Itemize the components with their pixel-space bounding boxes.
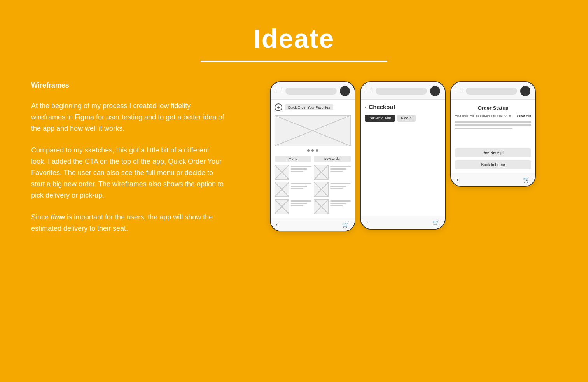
phone-3-top-bar	[451, 82, 535, 100]
item-image-4	[314, 182, 329, 197]
line-3	[291, 205, 303, 206]
phone-1-bottom-bar: ‹ 🛒	[271, 218, 355, 231]
item-lines-1	[291, 165, 312, 172]
order-status-title: Order Status	[455, 103, 531, 111]
text-block-1: At the beginning of my process I created…	[31, 100, 226, 134]
text-block-3-em: time	[51, 213, 65, 221]
hero-image-placeholder	[275, 115, 351, 146]
line-3	[291, 188, 303, 189]
line-1	[330, 166, 351, 167]
item-lines-4	[330, 182, 351, 189]
phone-2-top-bar	[361, 82, 445, 100]
search-bar-2	[376, 88, 427, 95]
checkout-header-row: ‹ Checkout	[365, 103, 441, 110]
line-1	[291, 200, 312, 202]
line-2	[330, 203, 346, 204]
item-image-2	[314, 165, 329, 180]
text-block-3: Since time is important for the users, t…	[31, 212, 226, 234]
item-image-3	[275, 182, 289, 197]
order-time: 05:00 min	[517, 114, 531, 117]
grid-item-4	[314, 182, 351, 197]
phone-1-top-bar	[271, 82, 355, 100]
grid-item-6	[314, 199, 351, 214]
main-content: Wireframes At the beginning of my proces…	[31, 81, 557, 245]
page-title: Ideate	[31, 23, 557, 54]
item-lines-5	[291, 199, 312, 206]
status-line-1	[455, 121, 531, 123]
line-3	[330, 171, 343, 172]
back-arrow-icon-3: ‹	[457, 177, 458, 183]
grid-item-3	[275, 182, 312, 197]
carousel-dots	[275, 149, 351, 152]
cta-button[interactable]: Quick Order Your Favorites	[285, 104, 333, 110]
item-lines-2	[330, 165, 351, 172]
phone-2: ‹ Checkout Deliver to seat Pickup ‹ 🛒	[360, 81, 446, 230]
phone-2-bottom-bar: ‹ 🛒	[361, 216, 445, 229]
pickup-btn[interactable]: Pickup	[397, 115, 416, 122]
line-2	[330, 186, 346, 187]
item-lines-6	[330, 199, 351, 206]
grid-item-5	[275, 199, 312, 214]
line-2	[291, 203, 307, 204]
phone-3: Order Status Your order will be delivere…	[450, 81, 536, 187]
item-image-1	[275, 165, 289, 180]
line-1	[330, 200, 351, 202]
cart-icon-2: 🛒	[433, 219, 439, 226]
see-receipt-btn[interactable]: See Receipt	[455, 148, 531, 157]
phone-2-body: ‹ Checkout Deliver to seat Pickup	[361, 100, 445, 216]
delivery-options: Deliver to seat Pickup	[365, 115, 441, 122]
dot-2	[312, 149, 314, 152]
cart-icon-3: 🛒	[523, 177, 530, 183]
wireframes-label: Wireframes	[31, 81, 226, 89]
item-lines-3	[291, 182, 312, 189]
header-divider	[201, 61, 387, 62]
line-3	[330, 205, 343, 206]
wireframes-section: + Quick Order Your Favorites Menu New Or…	[249, 81, 557, 231]
search-bar	[285, 88, 337, 95]
search-bar-3	[466, 88, 517, 95]
text-block-2: Compared to my sketches, this got a litt…	[31, 145, 226, 201]
line-1	[330, 183, 351, 184]
header: Ideate	[31, 23, 557, 62]
status-line-2	[455, 124, 531, 126]
checkout-title: Checkout	[369, 103, 395, 110]
line-1	[291, 183, 312, 184]
checkout-content-area	[365, 126, 441, 212]
menu-button[interactable]: Menu	[275, 156, 312, 162]
text-block-3-prefix: Since	[31, 213, 51, 221]
line-2	[291, 168, 307, 170]
new-order-button[interactable]: New Order	[314, 156, 351, 162]
item-image-6	[314, 199, 329, 214]
back-chevron-icon: ‹	[365, 104, 366, 110]
order-status-row: Your order will be delivered to seat XX …	[455, 114, 531, 117]
back-arrow-icon-2: ‹	[366, 219, 368, 226]
status-lines	[455, 121, 531, 129]
page-wrapper: Ideate Wireframes At the beginning of my…	[0, 0, 588, 382]
avatar-2	[430, 86, 440, 96]
cta-row: + Quick Order Your Favorites	[275, 103, 351, 111]
avatar-3	[520, 86, 530, 96]
line-1	[291, 166, 312, 167]
cart-icon: 🛒	[343, 221, 349, 228]
menu-buttons-row: Menu New Order	[275, 156, 351, 162]
phone-1: + Quick Order Your Favorites Menu New Or…	[270, 81, 355, 231]
menu-grid	[275, 165, 351, 214]
dot-1	[307, 149, 310, 152]
back-to-home-btn[interactable]: Back to home	[455, 160, 531, 169]
hamburger-icon-3	[456, 89, 463, 93]
order-status-text: Your order will be delivered to seat XX …	[455, 114, 517, 117]
line-3	[330, 188, 343, 189]
deliver-to-seat-btn[interactable]: Deliver to seat	[365, 115, 395, 122]
grid-item-2	[314, 165, 351, 180]
phone-3-body: Order Status Your order will be delivere…	[451, 100, 535, 173]
phone-1-body: + Quick Order Your Favorites Menu New Or…	[271, 100, 355, 218]
back-arrow-icon: ‹	[276, 221, 278, 228]
line-3	[291, 171, 303, 172]
line-2	[330, 168, 346, 170]
status-line-3	[455, 128, 512, 129]
line-2	[291, 186, 307, 187]
dot-3	[316, 149, 318, 152]
hamburger-icon-2	[366, 89, 373, 93]
hamburger-icon	[275, 89, 282, 93]
item-image-5	[275, 199, 289, 214]
